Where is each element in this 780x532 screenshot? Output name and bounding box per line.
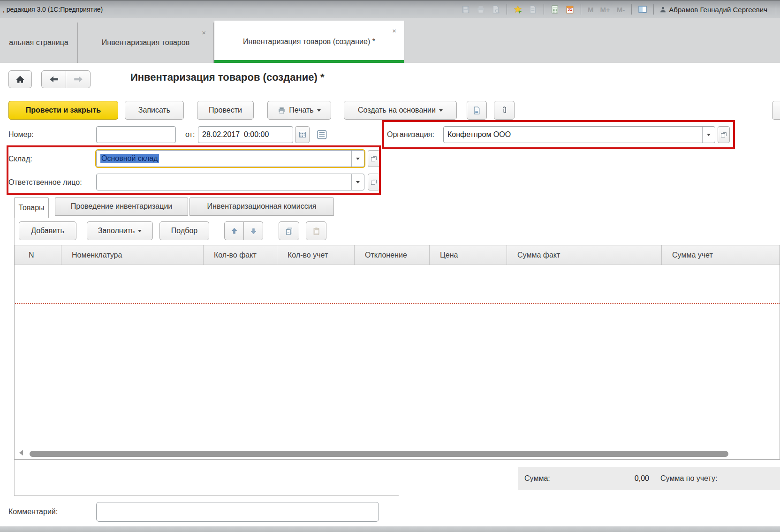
history-document-icon[interactable] — [527, 4, 539, 15]
warehouse-value: Основной склад — [97, 151, 351, 167]
paperclip-icon — [500, 106, 508, 114]
window-title: , редакция 3.0 (1С:Предприятие) — [0, 6, 103, 13]
write-button[interactable]: Записать — [125, 101, 184, 120]
button-label: Провести и закрыть — [26, 106, 101, 114]
organization-value: Конфетпром ООО — [444, 127, 702, 143]
toolbar-separator — [653, 4, 654, 15]
responsible-value — [97, 174, 351, 190]
button-label: Записать — [138, 106, 170, 114]
window-bottom-edge — [0, 526, 780, 532]
calendar-day-label: 31 — [564, 7, 576, 12]
memory-m-plus-button[interactable]: M+ — [598, 6, 612, 14]
user-icon — [659, 6, 666, 13]
toolbar-separator — [581, 4, 581, 15]
copy-icon — [285, 227, 293, 235]
copy-rows-button[interactable] — [279, 221, 299, 240]
warehouse-open-button[interactable] — [368, 150, 380, 167]
current-user[interactable]: Абрамов Геннадий Сергеевич — [659, 6, 771, 14]
column-header-n: N — [15, 245, 61, 265]
memory-m-minus-button[interactable]: M- — [615, 6, 627, 14]
tab-label: Товары — [18, 204, 44, 212]
chevron-down-icon — [707, 134, 711, 138]
calendar-grid-icon — [299, 131, 306, 138]
button-label: Подбор — [171, 227, 197, 235]
tab-label: альная страница — [4, 38, 73, 47]
date-picker-button[interactable] — [295, 126, 310, 143]
print-preview-icon[interactable] — [490, 4, 502, 15]
arrow-down-icon — [250, 227, 257, 235]
warehouse-label: Склад: — [8, 155, 32, 163]
comment-label: Комментарий: — [8, 508, 58, 516]
memory-m-button[interactable]: M — [586, 6, 596, 14]
split-window-icon[interactable] — [636, 4, 649, 15]
organization-combo[interactable]: Конфетпром ООО — [443, 126, 715, 143]
comment-input[interactable] — [96, 502, 379, 522]
print-button[interactable]: Печать — [267, 101, 331, 120]
arrow-up-icon — [230, 227, 238, 235]
button-label: Печать — [289, 106, 313, 114]
back-button[interactable] — [41, 70, 66, 88]
table-end-marker — [15, 303, 780, 304]
close-icon[interactable]: × — [202, 29, 206, 36]
tab-goods[interactable]: Товары — [14, 197, 49, 218]
close-icon[interactable]: × — [392, 27, 396, 34]
date-input[interactable] — [198, 126, 293, 143]
report-structure-button[interactable] — [467, 101, 487, 120]
more-button-partial[interactable] — [772, 101, 780, 120]
tab-inventory-process[interactable]: Проведение инвентаризации — [55, 197, 188, 216]
responsible-open-button[interactable] — [368, 174, 380, 190]
pick-button[interactable]: Подбор — [159, 221, 209, 240]
responsible-label: Ответственное лицо: — [8, 178, 82, 187]
save-icon[interactable] — [460, 4, 472, 15]
column-header-qty-account: Кол-во учет — [277, 245, 355, 265]
user-name: Абрамов Геннадий Сергеевич — [669, 6, 767, 14]
post-and-close-button[interactable]: Провести и закрыть — [8, 101, 118, 120]
tab-inventory-new[interactable]: × Инвентаризация товаров (создание) * — [214, 21, 404, 63]
organization-label: Организация: — [387, 130, 434, 139]
hscroll-left-arrow[interactable] — [19, 450, 23, 456]
chevron-down-icon — [356, 181, 360, 185]
back-arrow-icon — [49, 75, 59, 84]
calendar-icon[interactable]: 31 — [564, 4, 576, 15]
tab-start-page[interactable]: альная страница — [0, 23, 78, 63]
responsible-combo[interactable] — [96, 174, 364, 190]
move-row-down-button[interactable] — [243, 221, 263, 240]
favorites-star-icon[interactable] — [512, 4, 524, 15]
column-header-nomenclature: Номенклатура — [61, 245, 204, 265]
column-header-deviation: Отклонение — [355, 245, 430, 265]
number-label: Номер: — [8, 130, 34, 139]
calculator-icon[interactable] — [549, 4, 561, 15]
hscroll-thumb[interactable] — [30, 451, 728, 457]
paste-rows-button[interactable] — [306, 221, 326, 240]
add-row-button[interactable]: Добавить — [19, 221, 76, 240]
organization-open-button[interactable] — [718, 126, 730, 143]
tab-inventory-commission[interactable]: Инвентаризационная комиссия — [189, 197, 334, 216]
titlebar-toolbar: 31 M M+ M- Абрамов Геннадий Сергеевич — [460, 4, 780, 15]
dropdown-button[interactable] — [351, 151, 364, 167]
create-based-on-button[interactable]: Создать на основании — [344, 101, 457, 120]
button-label: Создать на основании — [358, 106, 436, 114]
table-header-row: N Номенклатура Кол-во факт Кол-во учет О… — [15, 245, 780, 265]
fill-button[interactable]: Заполнить — [87, 221, 153, 240]
window-titlebar: , редакция 3.0 (1С:Предприятие) 31 M M+ … — [0, 0, 780, 18]
move-row-up-button[interactable] — [224, 221, 244, 240]
open-register-button[interactable] — [315, 128, 330, 142]
forward-button[interactable] — [66, 70, 91, 88]
document-lines-icon — [473, 106, 481, 114]
tab-inventory-list[interactable]: × Инвентаризация товаров — [78, 23, 214, 63]
warehouse-combo[interactable]: Основной склад — [96, 150, 364, 167]
dropdown-button[interactable] — [351, 174, 364, 190]
column-header-qty-fact: Кол-во факт — [204, 245, 277, 265]
post-button[interactable]: Провести — [197, 101, 254, 120]
dropdown-button[interactable] — [702, 127, 715, 143]
tab-label: Инвентаризация товаров — [97, 38, 194, 47]
panel-bottom-border — [14, 495, 399, 496]
sum-value: 0,00 — [602, 474, 649, 483]
attachments-button[interactable] — [494, 101, 515, 120]
printer-icon — [278, 106, 286, 114]
number-input[interactable] — [96, 126, 176, 143]
print-icon[interactable] — [475, 4, 487, 15]
home-button[interactable] — [8, 70, 32, 88]
button-label: Добавить — [31, 227, 64, 235]
open-link-icon — [370, 155, 378, 162]
